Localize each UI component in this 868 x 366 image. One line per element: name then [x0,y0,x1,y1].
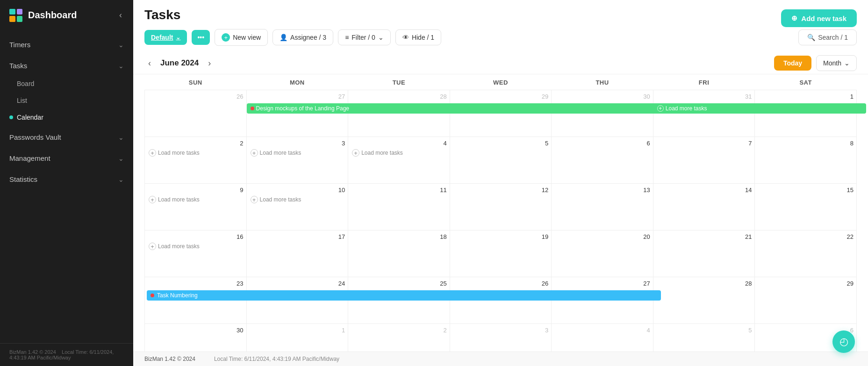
task-numbering[interactable]: Task Numbering [147,290,661,301]
chevron-down-icon: ⌄ [118,176,124,183]
sidebar-item-list[interactable]: List [0,92,133,109]
calendar-header-row: SUN MON TUE WED THU FRI SAT [145,74,857,90]
calendar-day: 17 [246,230,348,277]
calendar-day: 31 + Load more tasks [653,90,755,137]
task-load-more-fri[interactable]: + Load more tasks [653,103,866,114]
calendar-day: 28 [653,277,755,324]
calendar-day: 8 [755,137,857,184]
sidebar-item-calendar-label: Calendar [17,114,43,121]
load-more-3[interactable]: + Load more tasks [250,149,345,157]
sidebar-logo: Dashboard [9,9,77,22]
footer-local-time: Local Time: 6/11/2024, 4:43:19 AM Pacifi… [214,356,339,362]
day-header-fri: FRI [653,74,755,90]
hide-button[interactable]: 👁 Hide / 1 [395,29,441,45]
hide-label: Hide / 1 [412,34,434,41]
calendar-day: 4 + Load more tasks [348,137,450,184]
sidebar-item-calendar[interactable]: Calendar [0,109,133,126]
next-month-button[interactable]: › [204,57,215,70]
load-more-text: Load more tasks [361,150,403,156]
load-more-text: Load more tasks [158,243,200,250]
calendar-day: 10 + Load more tasks [246,184,348,230]
plus-icon: + [222,33,230,42]
calendar-day: 5 [653,324,755,352]
plus-icon: + [352,149,359,157]
toolbar: Default ⌄ ••• + New view 👤 Assignee / 3 … [144,29,857,46]
calendar-week-row: 2 + Load more tasks 3 + Load more tasks [145,137,857,184]
day-header-wed: WED [450,74,552,90]
chevron-down-icon: ⌄ [378,34,384,41]
calendar-day: 18 [348,230,450,277]
fab-button[interactable]: ◴ [832,330,855,353]
plus-icon: + [149,243,156,250]
add-new-task-button[interactable]: ⊕ Add new task [781,9,857,27]
sidebar-item-timers-label: Timers [9,41,30,49]
load-more-16[interactable]: + Load more tasks [148,242,244,251]
default-view-button[interactable]: Default ⌄ [144,30,187,45]
sidebar: Dashboard ‹ Timers ⌄ Tasks ⌄ Board List [0,0,133,366]
load-more-text: Load more tasks [260,196,301,203]
day-header-thu: THU [552,74,653,90]
sidebar-item-timers[interactable]: Timers ⌄ [0,35,133,54]
calendar-day: 22 [755,230,857,277]
prev-month-button[interactable]: ‹ [144,57,155,70]
task-numbering-label: Task Numbering [157,292,198,299]
calendar-day: 4 [552,324,653,352]
today-label: Today [783,59,802,67]
sidebar-collapse-button[interactable]: ‹ [117,8,124,22]
load-more-4[interactable]: + Load more tasks [351,149,447,157]
sidebar-item-passwords[interactable]: Passwords Vault ⌄ [0,128,133,147]
chevron-down-icon: ⌄ [844,59,850,67]
task-label: Design mockups of the Landing Page [256,105,349,112]
sidebar-nav: Timers ⌄ Tasks ⌄ Board List Calendar [0,30,133,343]
calendar-week-row: 16 + Load more tasks 17 18 19 20 21 22 [145,230,857,277]
sidebar-item-management[interactable]: Management ⌄ [0,149,133,168]
sidebar-item-tasks-label: Tasks [9,62,27,70]
filter-button[interactable]: ≡ Filter / 0 ⌄ [338,29,391,45]
calendar-day: 9 + Load more tasks [145,184,247,230]
cal-month-year: June 2024 [160,58,199,68]
search-label: Search / 1 [818,34,848,41]
new-view-button[interactable]: + New view [215,29,268,46]
calendar-container: SUN MON TUE WED THU FRI SAT 26 27 [133,74,868,352]
calendar-week-row: 9 + Load more tasks 10 + Load more tasks [145,184,857,230]
load-more-10[interactable]: + Load more tasks [250,195,345,204]
new-view-label: New view [233,34,261,41]
calendar-day: 29 [755,277,857,324]
calendar-day: 20 [552,230,653,277]
sidebar-footer: BizMan 1.42 © 2024 Local Time: 6/11/2024… [0,343,133,366]
plus-icon: + [251,149,258,157]
sidebar-item-tasks[interactable]: Tasks ⌄ [0,56,133,75]
plus-circle-icon: ⊕ [791,14,797,22]
load-more-2[interactable]: + Load more tasks [148,149,244,157]
load-more-text: Load more tasks [158,150,200,156]
search-button[interactable]: 🔍 Search / 1 [798,29,857,45]
search-icon: 🔍 [807,34,815,41]
day-header-mon: MON [246,74,348,90]
more-options-button[interactable]: ••• [192,30,210,45]
day-header-sat: SAT [755,74,857,90]
sidebar-item-board[interactable]: Board [0,75,133,92]
page-title: Tasks [144,7,857,22]
calendar-day: 3 + Load more tasks [246,137,348,184]
load-more-text: Load more tasks [666,105,707,112]
load-more-icon: + [657,105,664,112]
month-view-button[interactable]: Month ⌄ [816,55,857,71]
main-header: Tasks Default ⌄ ••• + New view 👤 Assigne… [133,0,868,52]
assignee-label: Assignee / 3 [290,34,326,41]
load-more-9[interactable]: + Load more tasks [148,195,244,204]
assignee-button[interactable]: 👤 Assignee / 3 [273,29,333,45]
calendar-day: 12 [450,184,552,230]
calendar-grid: SUN MON TUE WED THU FRI SAT 26 27 [144,74,857,352]
calendar-day: 14 [653,184,755,230]
clock-icon: ◴ [839,336,848,348]
sidebar-item-statistics[interactable]: Statistics ⌄ [0,170,133,189]
calendar-day: 3 [450,324,552,352]
calendar-day: 15 [755,184,857,230]
calendar-day: 11 [348,184,450,230]
calendar-day: 30 [145,324,247,352]
default-label: Default [151,34,173,41]
today-button[interactable]: Today [774,56,811,71]
main-content: ⊕ Add new task Tasks Default ⌄ ••• + New… [133,0,868,366]
assignee-icon: 👤 [280,34,287,41]
filter-icon: ≡ [345,34,349,41]
